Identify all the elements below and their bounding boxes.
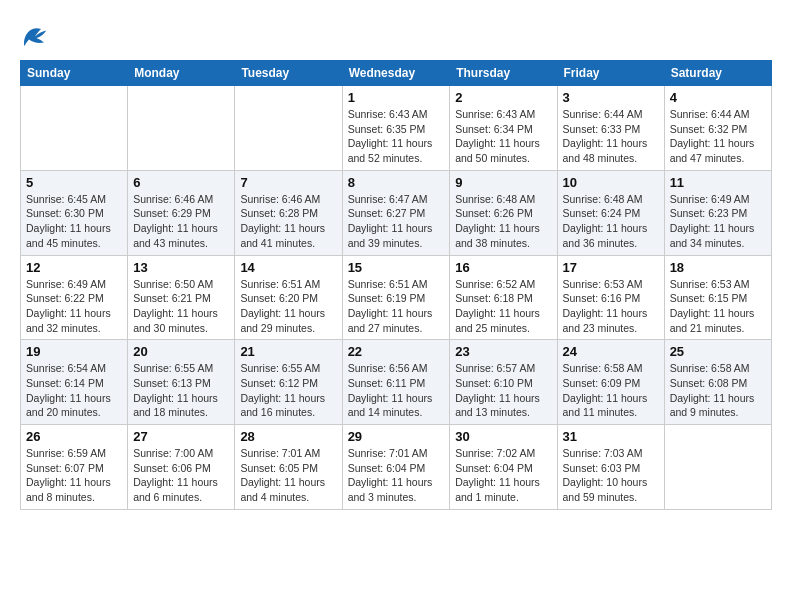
day-number: 26 <box>26 429 122 444</box>
day-info: Sunrise: 7:01 AM Sunset: 6:04 PM Dayligh… <box>348 446 445 505</box>
day-number: 2 <box>455 90 551 105</box>
day-info: Sunrise: 6:43 AM Sunset: 6:35 PM Dayligh… <box>348 107 445 166</box>
day-number: 22 <box>348 344 445 359</box>
day-info: Sunrise: 6:49 AM Sunset: 6:22 PM Dayligh… <box>26 277 122 336</box>
logo-icon <box>20 20 50 50</box>
day-number: 5 <box>26 175 122 190</box>
calendar-cell: 2Sunrise: 6:43 AM Sunset: 6:34 PM Daylig… <box>450 86 557 171</box>
calendar-cell <box>21 86 128 171</box>
day-info: Sunrise: 6:44 AM Sunset: 6:33 PM Dayligh… <box>563 107 659 166</box>
calendar-cell <box>128 86 235 171</box>
calendar-cell: 28Sunrise: 7:01 AM Sunset: 6:05 PM Dayli… <box>235 425 342 510</box>
day-number: 9 <box>455 175 551 190</box>
calendar-week-1: 1Sunrise: 6:43 AM Sunset: 6:35 PM Daylig… <box>21 86 772 171</box>
day-info: Sunrise: 6:53 AM Sunset: 6:15 PM Dayligh… <box>670 277 766 336</box>
calendar-cell: 17Sunrise: 6:53 AM Sunset: 6:16 PM Dayli… <box>557 255 664 340</box>
day-header-saturday: Saturday <box>664 61 771 86</box>
day-number: 10 <box>563 175 659 190</box>
day-number: 16 <box>455 260 551 275</box>
day-number: 17 <box>563 260 659 275</box>
day-info: Sunrise: 7:02 AM Sunset: 6:04 PM Dayligh… <box>455 446 551 505</box>
day-number: 7 <box>240 175 336 190</box>
day-info: Sunrise: 6:48 AM Sunset: 6:24 PM Dayligh… <box>563 192 659 251</box>
calendar-cell: 10Sunrise: 6:48 AM Sunset: 6:24 PM Dayli… <box>557 170 664 255</box>
calendar-cell: 11Sunrise: 6:49 AM Sunset: 6:23 PM Dayli… <box>664 170 771 255</box>
day-number: 6 <box>133 175 229 190</box>
calendar-cell: 9Sunrise: 6:48 AM Sunset: 6:26 PM Daylig… <box>450 170 557 255</box>
day-number: 1 <box>348 90 445 105</box>
day-info: Sunrise: 7:03 AM Sunset: 6:03 PM Dayligh… <box>563 446 659 505</box>
day-info: Sunrise: 7:00 AM Sunset: 6:06 PM Dayligh… <box>133 446 229 505</box>
day-number: 8 <box>348 175 445 190</box>
day-header-monday: Monday <box>128 61 235 86</box>
calendar-body: 1Sunrise: 6:43 AM Sunset: 6:35 PM Daylig… <box>21 86 772 510</box>
calendar-cell: 14Sunrise: 6:51 AM Sunset: 6:20 PM Dayli… <box>235 255 342 340</box>
day-info: Sunrise: 6:52 AM Sunset: 6:18 PM Dayligh… <box>455 277 551 336</box>
calendar-cell: 6Sunrise: 6:46 AM Sunset: 6:29 PM Daylig… <box>128 170 235 255</box>
day-info: Sunrise: 6:49 AM Sunset: 6:23 PM Dayligh… <box>670 192 766 251</box>
day-header-thursday: Thursday <box>450 61 557 86</box>
calendar-cell: 18Sunrise: 6:53 AM Sunset: 6:15 PM Dayli… <box>664 255 771 340</box>
day-info: Sunrise: 6:47 AM Sunset: 6:27 PM Dayligh… <box>348 192 445 251</box>
day-info: Sunrise: 6:53 AM Sunset: 6:16 PM Dayligh… <box>563 277 659 336</box>
day-number: 18 <box>670 260 766 275</box>
day-number: 20 <box>133 344 229 359</box>
calendar-cell: 15Sunrise: 6:51 AM Sunset: 6:19 PM Dayli… <box>342 255 450 340</box>
calendar-cell: 5Sunrise: 6:45 AM Sunset: 6:30 PM Daylig… <box>21 170 128 255</box>
day-info: Sunrise: 6:51 AM Sunset: 6:19 PM Dayligh… <box>348 277 445 336</box>
day-number: 4 <box>670 90 766 105</box>
day-info: Sunrise: 6:51 AM Sunset: 6:20 PM Dayligh… <box>240 277 336 336</box>
calendar-table: SundayMondayTuesdayWednesdayThursdayFrid… <box>20 60 772 510</box>
day-info: Sunrise: 6:59 AM Sunset: 6:07 PM Dayligh… <box>26 446 122 505</box>
day-info: Sunrise: 6:56 AM Sunset: 6:11 PM Dayligh… <box>348 361 445 420</box>
day-header-sunday: Sunday <box>21 61 128 86</box>
calendar-header-row: SundayMondayTuesdayWednesdayThursdayFrid… <box>21 61 772 86</box>
calendar-cell <box>664 425 771 510</box>
day-info: Sunrise: 6:48 AM Sunset: 6:26 PM Dayligh… <box>455 192 551 251</box>
day-info: Sunrise: 6:45 AM Sunset: 6:30 PM Dayligh… <box>26 192 122 251</box>
day-info: Sunrise: 6:55 AM Sunset: 6:13 PM Dayligh… <box>133 361 229 420</box>
calendar-cell: 21Sunrise: 6:55 AM Sunset: 6:12 PM Dayli… <box>235 340 342 425</box>
day-number: 15 <box>348 260 445 275</box>
calendar-cell: 25Sunrise: 6:58 AM Sunset: 6:08 PM Dayli… <box>664 340 771 425</box>
day-info: Sunrise: 6:43 AM Sunset: 6:34 PM Dayligh… <box>455 107 551 166</box>
day-number: 14 <box>240 260 336 275</box>
day-header-wednesday: Wednesday <box>342 61 450 86</box>
calendar-cell: 27Sunrise: 7:00 AM Sunset: 6:06 PM Dayli… <box>128 425 235 510</box>
calendar-cell <box>235 86 342 171</box>
day-info: Sunrise: 6:44 AM Sunset: 6:32 PM Dayligh… <box>670 107 766 166</box>
calendar-cell: 3Sunrise: 6:44 AM Sunset: 6:33 PM Daylig… <box>557 86 664 171</box>
calendar-cell: 12Sunrise: 6:49 AM Sunset: 6:22 PM Dayli… <box>21 255 128 340</box>
calendar-cell: 23Sunrise: 6:57 AM Sunset: 6:10 PM Dayli… <box>450 340 557 425</box>
day-number: 25 <box>670 344 766 359</box>
day-number: 13 <box>133 260 229 275</box>
calendar-week-3: 12Sunrise: 6:49 AM Sunset: 6:22 PM Dayli… <box>21 255 772 340</box>
day-info: Sunrise: 6:46 AM Sunset: 6:29 PM Dayligh… <box>133 192 229 251</box>
calendar-cell: 31Sunrise: 7:03 AM Sunset: 6:03 PM Dayli… <box>557 425 664 510</box>
day-number: 30 <box>455 429 551 444</box>
calendar-cell: 22Sunrise: 6:56 AM Sunset: 6:11 PM Dayli… <box>342 340 450 425</box>
day-info: Sunrise: 6:58 AM Sunset: 6:08 PM Dayligh… <box>670 361 766 420</box>
day-info: Sunrise: 7:01 AM Sunset: 6:05 PM Dayligh… <box>240 446 336 505</box>
day-info: Sunrise: 6:57 AM Sunset: 6:10 PM Dayligh… <box>455 361 551 420</box>
calendar-week-5: 26Sunrise: 6:59 AM Sunset: 6:07 PM Dayli… <box>21 425 772 510</box>
day-number: 28 <box>240 429 336 444</box>
day-number: 24 <box>563 344 659 359</box>
day-number: 21 <box>240 344 336 359</box>
day-info: Sunrise: 6:50 AM Sunset: 6:21 PM Dayligh… <box>133 277 229 336</box>
day-number: 11 <box>670 175 766 190</box>
calendar-week-2: 5Sunrise: 6:45 AM Sunset: 6:30 PM Daylig… <box>21 170 772 255</box>
day-number: 12 <box>26 260 122 275</box>
day-number: 3 <box>563 90 659 105</box>
day-info: Sunrise: 6:54 AM Sunset: 6:14 PM Dayligh… <box>26 361 122 420</box>
page-header <box>20 20 772 50</box>
calendar-cell: 7Sunrise: 6:46 AM Sunset: 6:28 PM Daylig… <box>235 170 342 255</box>
day-info: Sunrise: 6:46 AM Sunset: 6:28 PM Dayligh… <box>240 192 336 251</box>
calendar-cell: 8Sunrise: 6:47 AM Sunset: 6:27 PM Daylig… <box>342 170 450 255</box>
day-info: Sunrise: 6:55 AM Sunset: 6:12 PM Dayligh… <box>240 361 336 420</box>
calendar-cell: 16Sunrise: 6:52 AM Sunset: 6:18 PM Dayli… <box>450 255 557 340</box>
calendar-cell: 19Sunrise: 6:54 AM Sunset: 6:14 PM Dayli… <box>21 340 128 425</box>
calendar-cell: 24Sunrise: 6:58 AM Sunset: 6:09 PM Dayli… <box>557 340 664 425</box>
day-header-tuesday: Tuesday <box>235 61 342 86</box>
day-number: 19 <box>26 344 122 359</box>
